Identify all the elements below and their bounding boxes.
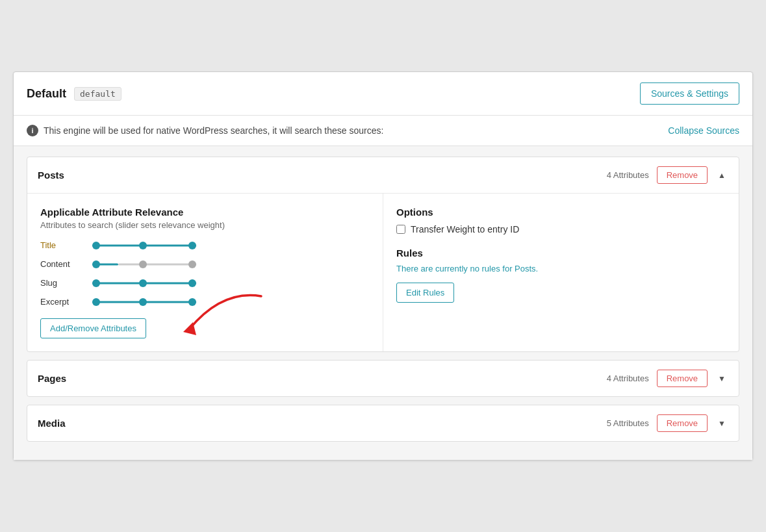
info-bar: i This engine will be used for native Wo… [14,116,752,146]
info-bar-left: i This engine will be used for native Wo… [27,125,383,136]
content-slider-right-thumb[interactable] [188,260,196,268]
media-section-header: Media 5 Attributes Remove ▼ [27,405,739,441]
pages-section: Pages 4 Attributes Remove ▼ [27,360,739,397]
rules-section: Rules There are currently no rules for P… [396,247,726,303]
options-section: Options Transfer Weight to entry ID [396,207,726,234]
posts-section-body: Applicable Attribute Relevance Attribute… [27,194,739,351]
excerpt-slider-mid-thumb[interactable] [139,298,147,306]
slug-slider-label: Slug [40,278,92,288]
relevance-panel-title: Applicable Attribute Relevance [40,207,370,218]
pages-section-title: Pages [38,373,66,384]
title-slider-row: Title [40,240,370,250]
content-area: Posts 4 Attributes Remove ▲ Applicable A… [14,146,752,460]
pages-attributes-count: 4 Attributes [607,374,649,383]
info-text: This engine will be used for native Word… [44,125,383,136]
add-remove-container: Add/Remove Attributes [40,316,370,338]
main-container: Default default Sources & Settings i Thi… [13,71,753,461]
posts-right-panel: Options Transfer Weight to entry ID Rule… [383,194,739,351]
posts-chevron-button[interactable]: ▲ [715,168,728,183]
media-attributes-count: 5 Attributes [607,418,649,428]
posts-section-title: Posts [38,170,64,181]
content-slider-mid-thumb[interactable] [139,260,147,268]
page-title: Default [27,87,66,101]
rules-title: Rules [396,247,726,259]
edit-rules-button[interactable]: Edit Rules [396,283,454,303]
posts-remove-button[interactable]: Remove [657,166,708,184]
content-slider[interactable] [92,260,196,269]
transfer-weight-label: Transfer Weight to entry ID [411,224,519,234]
red-arrow-annotation [170,283,268,348]
pages-header-right: 4 Attributes Remove ▼ [607,370,728,387]
pages-section-header: Pages 4 Attributes Remove ▼ [27,361,739,396]
collapse-sources-button[interactable]: Collapse Sources [668,125,739,136]
media-section-title: Media [38,418,66,429]
header-left: Default default [27,87,121,101]
options-title: Options [396,207,726,218]
pages-chevron-button[interactable]: ▼ [715,372,728,386]
posts-attributes-count: 4 Attributes [607,170,649,180]
title-slider-label: Title [40,240,92,250]
excerpt-slider-label: Excerpt [40,297,92,307]
default-badge: default [74,87,121,101]
slug-slider-mid-thumb[interactable] [139,279,147,287]
media-remove-button[interactable]: Remove [657,414,708,432]
excerpt-slider-left-thumb[interactable] [92,298,100,306]
info-icon: i [27,125,38,136]
rules-empty-text: There are currently no rules for Posts. [396,264,726,273]
sources-settings-button[interactable]: Sources & Settings [640,82,739,105]
relevance-panel-subtitle: Attributes to search (slider sets releva… [40,220,370,230]
transfer-weight-checkbox[interactable] [396,225,405,234]
media-chevron-button[interactable]: ▼ [715,416,728,431]
pages-remove-button[interactable]: Remove [657,370,708,387]
transfer-weight-row: Transfer Weight to entry ID [396,224,726,234]
posts-section-header: Posts 4 Attributes Remove ▲ [27,157,739,194]
add-remove-attributes-button[interactable]: Add/Remove Attributes [40,318,146,338]
title-slider-mid-thumb[interactable] [139,242,147,249]
title-slider-right-thumb[interactable] [188,242,196,249]
slug-slider-left-thumb[interactable] [92,279,100,287]
header: Default default Sources & Settings [14,72,752,116]
content-slider-label: Content [40,259,92,269]
title-slider[interactable] [92,241,196,250]
content-slider-left-thumb[interactable] [92,260,100,268]
posts-left-panel: Applicable Attribute Relevance Attribute… [27,194,383,351]
posts-section: Posts 4 Attributes Remove ▲ Applicable A… [27,157,739,352]
media-section: Media 5 Attributes Remove ▼ [27,405,739,442]
title-slider-left-thumb[interactable] [92,242,100,249]
content-slider-row: Content [40,259,370,269]
posts-header-right: 4 Attributes Remove ▲ [607,166,728,184]
media-header-right: 5 Attributes Remove ▼ [607,414,728,432]
